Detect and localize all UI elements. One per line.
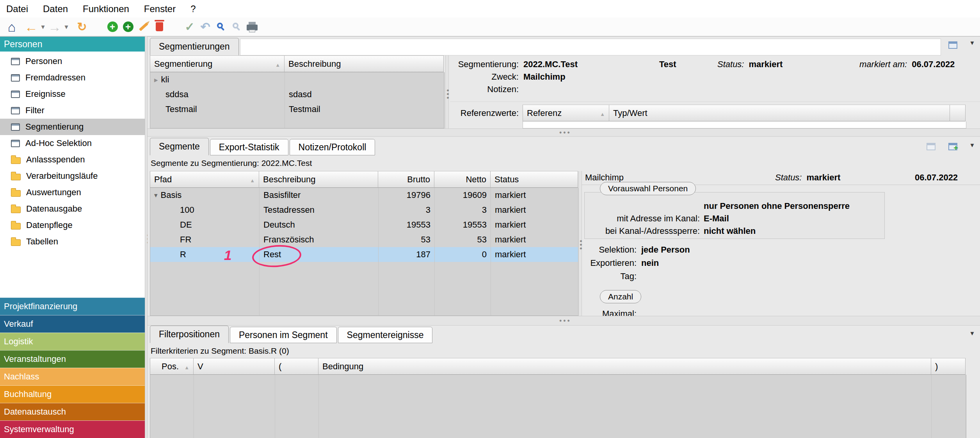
seg-value: 2022.MC.Test (523, 59, 578, 69)
forward-icon[interactable] (47, 18, 62, 36)
search-icon[interactable] (213, 18, 229, 36)
sidebar-item-anlassspenden[interactable]: Anlassspenden (0, 151, 145, 168)
tab-personen-im-segment[interactable]: Personen im Segment (230, 327, 337, 343)
table-row-kli[interactable]: kli (150, 72, 444, 87)
back-dropdown-icon[interactable] (39, 18, 47, 36)
panel-add-icon[interactable] (948, 143, 957, 150)
referenzwerte-table-body (523, 121, 966, 128)
tab-segmentierungen[interactable]: Segmentierungen (150, 38, 239, 55)
sidebar: Personen Personen Fremdadressen Ereignis… (0, 36, 145, 438)
sidebar-item-ereignisse[interactable]: Ereignisse (0, 86, 145, 102)
sort-asc-icon (597, 108, 605, 118)
menu-funktionen[interactable]: Funktionen (83, 4, 129, 14)
menu-fenster[interactable]: Fenster (144, 4, 176, 14)
refresh-icon[interactable] (74, 18, 90, 36)
column-header-v[interactable]: V (194, 358, 275, 375)
tab-export-statistik[interactable]: Export-Statistik (210, 139, 288, 155)
module-veranstaltungen[interactable]: Veranstaltungen (0, 350, 145, 368)
tab-filterpositionen[interactable]: Filterpositionen (150, 326, 229, 343)
print-icon[interactable] (244, 18, 260, 36)
forward-dropdown-icon[interactable] (62, 18, 70, 36)
delete-icon[interactable] (151, 18, 167, 36)
tab-segmentereignisse[interactable]: Segmentereignisse (338, 327, 433, 343)
panel-restore-icon[interactable] (948, 41, 957, 49)
undo-icon[interactable] (197, 18, 213, 36)
sidebar-item-datenausgabe[interactable]: Datenausgabe (0, 201, 145, 217)
column-header-bedingung[interactable]: Bedingung (318, 358, 931, 375)
tab-notizen-protokoll[interactable]: Notizen/Protokoll (290, 139, 375, 155)
module-datenaustausch[interactable]: Datenaustausch (0, 403, 145, 420)
add-copy-icon[interactable]: + (120, 18, 136, 36)
sidebar-item-auswertungen[interactable]: Auswertungen (0, 184, 145, 201)
column-header-status[interactable]: Status (491, 171, 578, 188)
segment-row-basis[interactable]: Basis Basisfilter 19796 19609 markiert (150, 188, 578, 203)
cell-status: markiert (491, 203, 578, 217)
confirm-icon[interactable] (182, 18, 197, 36)
column-header-segmentierung[interactable]: Segmentierung (150, 55, 285, 72)
zweck-value: Mailchimp (523, 72, 566, 82)
sidebar-item-verarbeitungslaeufe[interactable]: Verarbeitungsläufe (0, 168, 145, 184)
cell-brutto: 3 (379, 203, 435, 217)
sidebar-item-adhoc-selektion[interactable]: Ad-Hoc Selektion (0, 135, 145, 151)
module-projektfinanzierung[interactable]: Projektfinanzierung (0, 297, 145, 315)
horizontal-splitter-2[interactable]: ••• (148, 316, 980, 326)
sidebar-item-segmentierung[interactable]: Segmentierung (0, 119, 145, 135)
anzahl-button[interactable]: Anzahl (600, 290, 641, 303)
sidebar-item-fremdadressen[interactable]: Fremdadressen (0, 69, 145, 86)
column-header-close-paren[interactable]: ) (931, 358, 966, 375)
sidebar-item-filter[interactable]: Filter (0, 102, 145, 119)
panel-restore-disabled-icon[interactable] (927, 143, 936, 150)
module-logistik[interactable]: Logistik (0, 333, 145, 350)
module-verkauf[interactable]: Verkauf (0, 315, 145, 333)
tab-segmente[interactable]: Segmente (150, 138, 209, 155)
menu-help[interactable]: ? (190, 4, 196, 14)
column-header-open-paren[interactable]: ( (275, 358, 318, 375)
table-row-testmail[interactable]: Testmail Testmail (150, 102, 444, 117)
column-header-pfad[interactable]: Pfad (150, 171, 259, 188)
table-row-sddsa[interactable]: sddsa sdasd (150, 87, 444, 102)
column-header-beschreibung[interactable]: Beschreibung (285, 55, 444, 72)
column-header-brutto[interactable]: Brutto (378, 171, 434, 188)
edit-icon[interactable] (136, 18, 151, 36)
table-row-empty (150, 117, 444, 128)
segment-row-de[interactable]: DE Deutsch 19553 19553 markiert (150, 217, 578, 232)
column-header-beschreibung[interactable]: Beschreibung (259, 171, 378, 188)
sidebar-item-label: Verarbeitungsläufe (26, 171, 98, 181)
column-header-referenz[interactable]: Referenz (523, 105, 609, 121)
segment-row-100[interactable]: 100 Testadressen 3 3 markiert (150, 203, 578, 217)
middle-panel-splitter[interactable]: ••• (578, 171, 582, 316)
menu-daten[interactable]: Daten (43, 4, 68, 14)
cell-pfad: Basis (150, 188, 260, 203)
segmentierung-details: Segmentierung: 2022.MC.Test Test Status:… (450, 55, 980, 128)
segment-row-r[interactable]: R Rest 187 0 markiert (150, 247, 578, 262)
sidebar-splitter[interactable]: ••• (145, 36, 148, 438)
collapse-icon[interactable] (154, 191, 158, 199)
vorauswahl-personen-button[interactable]: Vorauswahl Personen (600, 182, 696, 195)
collapse-middle-panel-icon[interactable] (967, 141, 977, 149)
column-header-pos[interactable]: Pos. (150, 358, 194, 375)
collapse-top-panel-icon[interactable] (967, 38, 977, 47)
collapse-bottom-panel-icon[interactable] (967, 329, 977, 337)
home-icon[interactable] (4, 18, 20, 36)
search-disabled-icon[interactable] (229, 18, 244, 36)
zweck-label: Zweck: (450, 72, 519, 82)
menu-bar: Datei Daten Funktionen Fenster ? (0, 0, 980, 18)
horizontal-splitter-1[interactable]: ••• (148, 128, 980, 137)
back-icon[interactable] (23, 18, 39, 36)
module-systemverwaltung[interactable]: Systemverwaltung (0, 420, 145, 438)
kanal-value: E-Mail (704, 214, 729, 224)
add-icon[interactable]: + (105, 18, 120, 36)
module-buchhaltung[interactable]: Buchhaltung (0, 385, 145, 403)
menu-datei[interactable]: Datei (6, 4, 28, 14)
top-panel-splitter[interactable]: ••• (445, 55, 449, 128)
column-header-typ-wert[interactable]: Typ/Wert (609, 105, 950, 121)
module-nachlass[interactable]: Nachlass (0, 368, 145, 385)
sidebar-item-tabellen[interactable]: Tabellen (0, 233, 145, 250)
column-header-netto[interactable]: Netto (434, 171, 491, 188)
module-label: Systemverwaltung (4, 424, 74, 434)
selektion-label: Selektion: (584, 245, 637, 255)
sidebar-item-datenpflege[interactable]: Datenpflege (0, 217, 145, 233)
sidebar-item-personen[interactable]: Personen (0, 53, 145, 69)
expand-icon[interactable] (154, 75, 158, 84)
segment-row-fr[interactable]: FR Franszösisch 53 53 markiert (150, 232, 578, 247)
